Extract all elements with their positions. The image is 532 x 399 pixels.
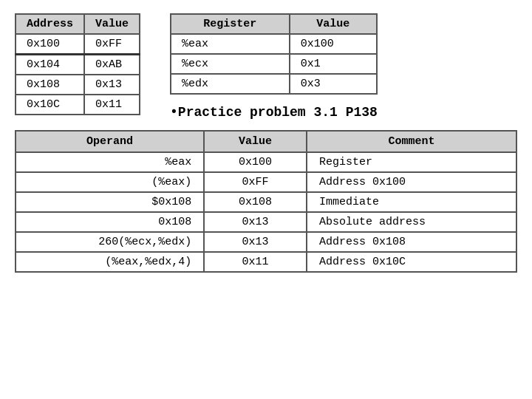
addr-value-cell: 0xAB	[84, 55, 140, 75]
addr-value-cell: 0xFF	[84, 34, 140, 55]
addr-value-cell: 0x11	[84, 95, 140, 115]
operand-row: (%eax)0xFFAddress 0x100	[16, 172, 516, 192]
reg-value-cell: 0x3	[290, 74, 377, 94]
address-table-container: Address Value 0x1000xFF0x1040xAB0x1080x1…	[15, 13, 140, 115]
operand-row: (%eax,%edx,4)0x11Address 0x10C	[16, 252, 516, 272]
addr-value-cell: 0x13	[84, 75, 140, 95]
value-cell: 0xFF	[204, 172, 307, 192]
reg-name-cell: %ecx	[171, 54, 290, 74]
operand-cell: (%eax,%edx,4)	[16, 252, 204, 272]
comment-cell: Immediate	[307, 192, 516, 212]
practice-text: •Practice problem 3.1 P138	[170, 105, 378, 120]
address-table: Address Value 0x1000xFF0x1040xAB0x1080x1…	[15, 13, 140, 115]
right-section: Register Value %eax0x100%ecx0x1%edx0x3 •…	[170, 13, 378, 120]
addr-cell: 0x100	[16, 34, 84, 55]
register-table: Register Value %eax0x100%ecx0x1%edx0x3	[170, 13, 378, 95]
addr-cell: 0x108	[16, 75, 84, 95]
addr-header: Address	[16, 14, 84, 34]
addr-row: 0x1040xAB	[16, 55, 140, 75]
value-cell: 0x13	[204, 232, 307, 252]
top-section: Address Value 0x1000xFF0x1040xAB0x1080x1…	[15, 13, 517, 120]
operand-row: $0x1080x108Immediate	[16, 192, 516, 212]
comment-col-header: Comment	[307, 131, 516, 152]
addr-cell: 0x10C	[16, 95, 84, 115]
addr-row: 0x10C0x11	[16, 95, 140, 115]
value-cell: 0x100	[204, 152, 307, 172]
reg-row: %eax0x100	[171, 34, 377, 54]
value-header-addr: Value	[84, 14, 140, 34]
operand-row: 260(%ecx,%edx)0x13Address 0x108	[16, 232, 516, 252]
operand-row: %eax0x100Register	[16, 152, 516, 172]
reg-value-cell: 0x1	[290, 54, 377, 74]
operand-cell: 0x108	[16, 212, 204, 232]
comment-cell: Address 0x10C	[307, 252, 516, 272]
reg-row: %edx0x3	[171, 74, 377, 94]
reg-row: %ecx0x1	[171, 54, 377, 74]
addr-row: 0x1080x13	[16, 75, 140, 95]
reg-header: Register	[171, 14, 290, 34]
value-cell: 0x108	[204, 192, 307, 212]
reg-name-cell: %eax	[171, 34, 290, 54]
reg-value-cell: 0x100	[290, 34, 377, 54]
value-col-header: Value	[204, 131, 307, 152]
comment-cell: Address 0x100	[307, 172, 516, 192]
operand-cell: $0x108	[16, 192, 204, 212]
operand-row: 0x1080x13Absolute address	[16, 212, 516, 232]
reg-name-cell: %edx	[171, 74, 290, 94]
value-cell: 0x11	[204, 252, 307, 272]
top-right: Register Value %eax0x100%ecx0x1%edx0x3	[170, 13, 378, 95]
operand-col-header: Operand	[16, 131, 204, 152]
comment-cell: Register	[307, 152, 516, 172]
comment-cell: Absolute address	[307, 212, 516, 232]
addr-cell: 0x104	[16, 55, 84, 75]
operand-cell: %eax	[16, 152, 204, 172]
operand-table: Operand Value Comment %eax0x100Register(…	[15, 130, 517, 273]
comment-cell: Address 0x108	[307, 232, 516, 252]
operand-cell: 260(%ecx,%edx)	[16, 232, 204, 252]
value-header-reg: Value	[290, 14, 377, 34]
operand-cell: (%eax)	[16, 172, 204, 192]
addr-row: 0x1000xFF	[16, 34, 140, 55]
main-container: Address Value 0x1000xFF0x1040xAB0x1080x1…	[0, 0, 532, 280]
value-cell: 0x13	[204, 212, 307, 232]
